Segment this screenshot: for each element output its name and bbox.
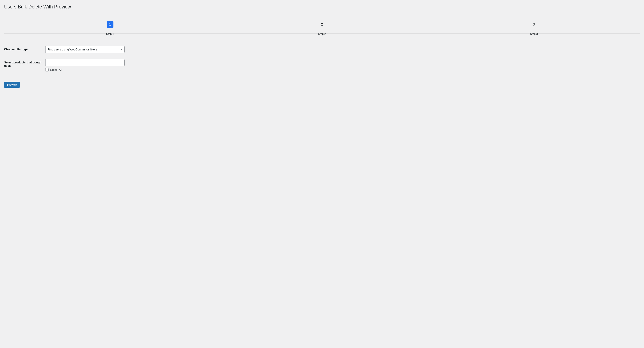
step-3-number: 3 (530, 21, 537, 28)
products-input[interactable] (45, 59, 124, 66)
step-3-label: Step 3 (530, 32, 538, 36)
filter-type-select-wrap: Find users using WooCommerce filters (45, 46, 124, 53)
page-title: Users Bulk Delete With Preview (4, 4, 640, 10)
products-label: Select products that bought user: (4, 59, 45, 67)
step-1[interactable]: 1 Step 1 (4, 20, 216, 33)
filter-type-select[interactable]: Find users using WooCommerce filters (45, 46, 124, 53)
filter-type-row: Choose filter type: Find users using Woo… (4, 46, 640, 53)
step-1-label: Step 1 (106, 32, 114, 36)
filter-type-label: Choose filter type: (4, 46, 45, 51)
step-2[interactable]: 2 Step 2 (216, 20, 428, 33)
stepper: 1 Step 1 2 Step 2 3 Step 3 (4, 20, 640, 34)
select-all-checkbox[interactable] (45, 68, 48, 72)
select-all-row: Select All (45, 68, 124, 72)
products-row: Select products that bought user: Select… (4, 59, 640, 72)
step-2-label: Step 2 (318, 32, 326, 36)
step-1-number: 1 (107, 21, 114, 28)
preview-button[interactable]: Preview (4, 82, 20, 88)
select-all-label[interactable]: Select All (50, 68, 62, 72)
step-3[interactable]: 3 Step 3 (428, 20, 640, 33)
step-2-number: 2 (319, 21, 325, 28)
